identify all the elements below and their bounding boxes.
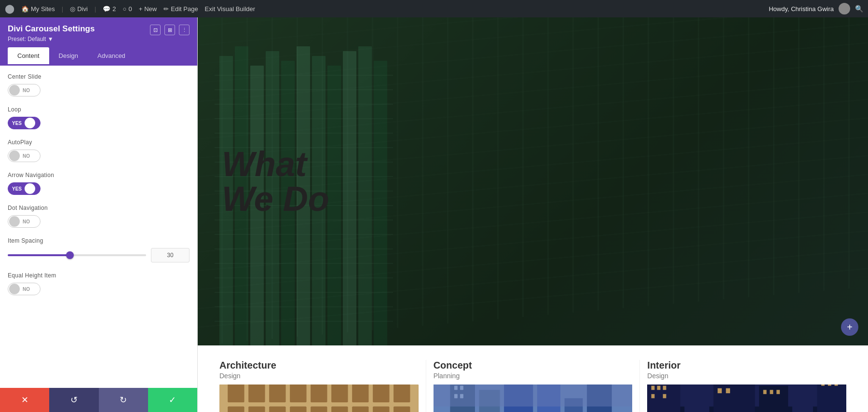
- setting-equal-height: Equal Height Item NO: [8, 272, 190, 295]
- setting-loop: Loop YES: [8, 106, 190, 129]
- panel-footer: ✕ ↺ ↻ ✓: [0, 388, 197, 412]
- svg-rect-103: [726, 388, 731, 393]
- bubbles-link[interactable]: ○ 0: [123, 5, 132, 13]
- svg-rect-104: [763, 390, 767, 394]
- loop-toggle[interactable]: YES: [8, 117, 41, 129]
- hero-section: What We Do +: [198, 17, 868, 345]
- search-icon[interactable]: 🔍: [855, 5, 863, 13]
- setting-item-spacing: Item Spacing 30: [8, 237, 190, 262]
- svg-rect-9: [343, 51, 356, 345]
- svg-rect-108: [828, 385, 831, 386]
- center-slide-toggle[interactable]: NO: [8, 84, 41, 96]
- edit-icon: ✏: [163, 5, 169, 13]
- exit-builder-link[interactable]: Exit Visual Builder: [205, 5, 256, 13]
- svg-rect-95: [657, 386, 661, 390]
- setting-arrow-navigation: Arrow Navigation YES: [8, 172, 190, 195]
- setting-autoplay: AutoPlay NO: [8, 139, 190, 162]
- setting-dot-navigation: Dot Navigation NO: [8, 205, 190, 228]
- svg-rect-11: [374, 61, 387, 345]
- divi-icon: ◎: [70, 5, 75, 13]
- equal-height-toggle[interactable]: NO: [8, 283, 41, 295]
- arrow-nav-label: Arrow Navigation: [8, 172, 190, 179]
- svg-rect-10: [358, 46, 372, 345]
- redo-button[interactable]: ↻: [99, 388, 148, 412]
- item-spacing-label: Item Spacing: [8, 237, 190, 244]
- cancel-button[interactable]: ✕: [0, 388, 49, 412]
- sites-icon: 🏠: [21, 5, 29, 13]
- svg-rect-94: [651, 386, 655, 390]
- svg-rect-109: [835, 385, 838, 386]
- new-link[interactable]: + New: [139, 5, 157, 13]
- card-subtitle-concept: Planning: [434, 372, 633, 380]
- card-title-architecture: Architecture: [219, 360, 419, 371]
- main-layout: Divi Carousel Settings ⊡ ⊞ ⋮ Preset: Def…: [0, 0, 868, 412]
- admin-bar-right: Howdy, Christina Gwira 🔍: [769, 3, 863, 14]
- setting-center-slide: Center Slide NO: [8, 73, 190, 96]
- svg-rect-98: [663, 394, 666, 398]
- svg-rect-37: [331, 385, 348, 402]
- panel-header: Divi Carousel Settings ⊡ ⊞ ⋮ Preset: Def…: [0, 17, 197, 66]
- divi-link[interactable]: ◎ Divi: [70, 5, 88, 13]
- tab-design[interactable]: Design: [49, 47, 88, 64]
- preset-dropdown[interactable]: Preset: Default ▼: [8, 36, 190, 47]
- arrow-nav-toggle[interactable]: YES: [8, 182, 41, 195]
- autoplay-toggle[interactable]: NO: [8, 150, 41, 162]
- svg-rect-78: [460, 394, 463, 398]
- save-button[interactable]: ✓: [148, 388, 197, 412]
- settings-panel: Divi Carousel Settings ⊡ ⊞ ⋮ Preset: Def…: [0, 17, 198, 412]
- svg-rect-88: [685, 398, 710, 412]
- grid-icon[interactable]: ⊞: [164, 25, 175, 35]
- avatar[interactable]: [839, 3, 850, 14]
- add-content-button[interactable]: +: [841, 318, 858, 336]
- loop-label: Loop: [8, 106, 190, 113]
- svg-rect-44: [290, 407, 306, 412]
- chevron-down-icon: ▼: [48, 36, 54, 42]
- svg-rect-105: [770, 390, 773, 394]
- cards-container: Architecture Design: [198, 345, 868, 412]
- slider-thumb[interactable]: [66, 251, 74, 259]
- page-preview: What We Do + Architecture Design: [198, 17, 868, 412]
- my-sites-link[interactable]: 🏠 My Sites: [21, 5, 55, 13]
- undo-icon: ↺: [70, 395, 78, 405]
- svg-rect-49: [393, 407, 410, 412]
- svg-rect-75: [454, 386, 458, 390]
- svg-rect-39: [373, 385, 389, 402]
- svg-rect-33: [248, 385, 265, 402]
- edit-page-link[interactable]: ✏ Edit Page: [163, 5, 198, 13]
- resize-icon[interactable]: ⊡: [150, 25, 161, 35]
- card-subtitle-architecture: Design: [219, 372, 419, 380]
- card-img-architecture: [219, 385, 419, 412]
- center-slide-label: Center Slide: [8, 73, 190, 80]
- equal-height-label: Equal Height Item: [8, 272, 190, 279]
- hero-line1: What: [222, 147, 329, 181]
- wp-logo-icon[interactable]: ⬤: [5, 3, 14, 14]
- comments-link[interactable]: 💬 2: [103, 5, 116, 13]
- panel-content: Center Slide NO Loop YES AutoPlay: [0, 66, 197, 388]
- card-architecture: Architecture Design: [212, 360, 426, 412]
- card-concept: Concept Planning: [426, 360, 640, 412]
- undo-button[interactable]: ↺: [49, 388, 98, 412]
- save-icon: ✓: [169, 395, 176, 405]
- svg-rect-35: [290, 385, 306, 402]
- svg-rect-102: [718, 388, 722, 393]
- cards-section: Architecture Design: [198, 345, 868, 412]
- slider-track[interactable]: [8, 254, 146, 256]
- panel-title: Divi Carousel Settings: [8, 24, 95, 34]
- svg-rect-106: [777, 390, 780, 394]
- more-icon[interactable]: ⋮: [179, 25, 190, 35]
- slider-value[interactable]: 30: [151, 248, 190, 262]
- tab-content[interactable]: Content: [8, 47, 49, 64]
- tab-advanced[interactable]: Advanced: [88, 47, 135, 64]
- hero-line2: We Do: [222, 181, 329, 216]
- svg-rect-36: [311, 385, 327, 402]
- svg-rect-92: [817, 385, 846, 412]
- howdy-text: Howdy, Christina Gwira: [769, 5, 834, 13]
- svg-rect-47: [352, 407, 368, 412]
- svg-rect-42: [248, 407, 265, 412]
- card-subtitle-interior: Design: [647, 372, 846, 380]
- svg-rect-91: [792, 402, 813, 412]
- svg-rect-96: [663, 386, 666, 390]
- dot-nav-toggle[interactable]: NO: [8, 215, 41, 228]
- svg-rect-97: [651, 394, 655, 398]
- slider-fill: [8, 254, 70, 256]
